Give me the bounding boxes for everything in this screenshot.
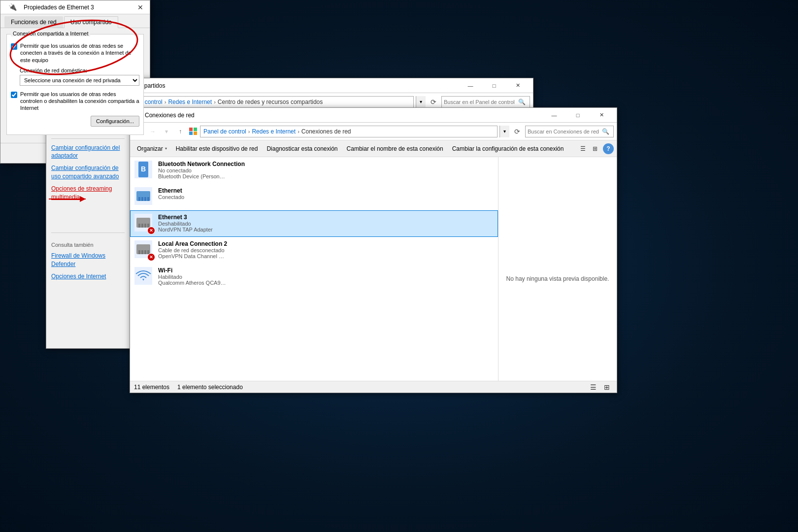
organizar-btn[interactable]: Organizar ▾	[133, 142, 171, 156]
configuracion-btn[interactable]: Configuración...	[91, 116, 139, 127]
propiedades-tabs: Funciones de red Uso compartido	[0, 14, 150, 28]
tab-funciones[interactable]: Funciones de red	[4, 16, 63, 28]
wifi-status: Habilitado	[158, 274, 494, 280]
view-grid-btn[interactable]: ⊞	[589, 143, 601, 155]
lac2-icon-wrap: ✕	[134, 240, 154, 260]
cambiar-config-label: Cambiar la configuración de esta conexió…	[452, 145, 564, 152]
centro-refresh-btn[interactable]: ⟳	[428, 96, 439, 108]
centro-minimize-btn[interactable]: —	[459, 78, 482, 93]
svg-text:B: B	[141, 165, 146, 173]
centro-search-input[interactable]	[442, 99, 518, 105]
sidebar-internet-link[interactable]: Opciones de Internet	[46, 270, 130, 283]
checkbox1-input[interactable]	[11, 43, 17, 50]
cambiar-nombre-btn[interactable]: Cambiar el nombre de esta conexión	[343, 142, 447, 156]
centro-close-btn[interactable]: ✕	[506, 78, 529, 93]
centro-addr-dropdown-btn[interactable]: ▾	[416, 96, 426, 108]
section-title: Conexión compartida a Internet	[11, 31, 90, 36]
wifi-name: Wi-Fi	[158, 267, 494, 274]
lac2-name: Local Area Connection 2	[158, 240, 494, 247]
conexiones-up-btn[interactable]: ↑	[174, 126, 186, 137]
cambiar-config-btn[interactable]: Cambiar la configuración de esta conexió…	[448, 142, 568, 156]
checkbox2-input[interactable]	[11, 92, 17, 98]
conexiones-status-bar: 11 elementos 1 elemento seleccionado ☰ ⊞	[130, 381, 617, 393]
view-icons-group: ☰ ⊞	[577, 143, 601, 155]
ethernet-icon	[134, 187, 152, 205]
conexiones-forward-btn[interactable]: →	[147, 126, 159, 137]
ethernet3-detail: NordVPN TAP Adapter	[158, 227, 227, 233]
conexiones-path-icon	[189, 128, 197, 135]
svg-rect-15	[141, 224, 143, 228]
checkbox1-label: Permitir que los usuarios de otras redes…	[20, 42, 139, 64]
net-item-wifi[interactable]: Wi-Fi Habilitado Qualcomm Atheros QCA937…	[130, 264, 498, 290]
svg-rect-10	[144, 197, 146, 201]
conexiones-close-btn[interactable]: ✕	[590, 108, 613, 123]
propiedades-close-btn[interactable]: ✕	[135, 2, 146, 13]
conexiones-win-controls: — □ ✕	[543, 108, 613, 123]
conexiones-search-input[interactable]	[526, 129, 602, 134]
ethernet-info: Ethernet Conectado	[158, 187, 494, 200]
centro-address-path[interactable]: Panel de control › Redes e Internet › Ce…	[116, 96, 414, 108]
ethernet-icon-wrap	[134, 187, 154, 207]
bluetooth-name: Bluetooth Network Connection	[158, 161, 494, 167]
status-selected: 1 elemento seleccionado	[177, 384, 243, 391]
centro-search-icon: 🔍	[518, 99, 528, 105]
ethernet3-icon-wrap: ✕	[134, 214, 154, 233]
conexiones-refresh-btn[interactable]: ⟳	[511, 126, 523, 137]
network-list: B Bluetooth Network Connection No conect…	[130, 157, 499, 381]
ethernet3-disabled-icon: ✕	[147, 227, 155, 234]
conexiones-toolbar: Organizar ▾ Habilitar este dispositivo d…	[130, 140, 617, 157]
sidebar-firewall-link[interactable]: Firewall de Windows Defender	[46, 250, 130, 270]
lac2-info: Local Area Connection 2 Cable de red des…	[158, 240, 494, 259]
conexiones-recent-btn[interactable]: ▾	[161, 126, 172, 137]
centro-path-redes[interactable]: Redes e Internet	[168, 99, 212, 105]
conexiones-minimize-btn[interactable]: —	[543, 108, 565, 123]
sidebar-link-sharing[interactable]: Cambiar configuración de uso compartido …	[46, 162, 130, 183]
habilitar-btn[interactable]: Habilitar este dispositivo de red	[172, 142, 262, 156]
conexiones-addr-dropdown-btn[interactable]: ▾	[499, 126, 509, 137]
net-item-ethernet[interactable]: Ethernet Conectado	[130, 184, 498, 210]
conexiones-path-redes[interactable]: Redes e Internet	[252, 128, 296, 135]
sidebar-link-streaming[interactable]: Opciones de streaming multimedia	[46, 183, 130, 203]
conexiones-path-current: Conexiones de red	[301, 128, 351, 135]
sidebar-link-adapter[interactable]: Cambiar configuración del adaptador	[46, 142, 130, 163]
wifi-detail: Qualcomm Atheros QCA9377 Wir...	[158, 280, 227, 286]
net-item-bluetooth[interactable]: B Bluetooth Network Connection No conect…	[130, 157, 498, 184]
conexiones-address-path[interactable]: Panel de control › Redes e Internet › Co…	[200, 126, 498, 137]
diagnosticar-btn[interactable]: Diagnosticar esta conexión	[263, 142, 341, 156]
ethernet-name: Ethernet	[158, 187, 494, 194]
conexiones-titlebar: Conexiones de red — □ ✕	[130, 108, 617, 123]
conexiones-path-panel[interactable]: Panel de control	[203, 128, 246, 135]
conexiones-title-text: Conexiones de red	[145, 112, 543, 119]
checkbox2-row: Permitir que los usuarios de otras redes…	[11, 91, 139, 112]
status-view-grid[interactable]: ⊞	[601, 381, 613, 393]
status-view-details[interactable]: ☰	[587, 381, 599, 393]
svg-rect-8	[138, 197, 140, 201]
ethernet3-status: Deshabilitado	[158, 221, 494, 227]
shared-connection-section: Conexión compartida a Internet Permitir …	[6, 34, 144, 135]
wifi-icon-wrap	[134, 267, 154, 287]
config-btn-row: Configuración...	[11, 116, 139, 131]
organizar-label: Organizar	[137, 145, 163, 152]
svg-rect-11	[147, 197, 149, 201]
net-item-ethernet3[interactable]: ✕ Ethernet 3 Deshabilitado NordVPN TAP A…	[130, 210, 498, 237]
bluetooth-status: No conectado	[158, 167, 494, 173]
conexiones-maximize-btn[interactable]: □	[566, 108, 589, 123]
habilitar-label: Habilitar este dispositivo de red	[176, 145, 258, 152]
bluetooth-icon: B	[134, 161, 152, 178]
propiedades-title-text: Propiedades de Ethernet 3	[24, 4, 135, 11]
network-select[interactable]: Seleccione una conexión de red privada	[20, 75, 139, 86]
net-item-lac2[interactable]: ✕ Local Area Connection 2 Cable de red d…	[130, 237, 498, 264]
tab-uso-compartido[interactable]: Uso compartido	[64, 16, 118, 28]
dropdown-label: Conexión de red doméstica:	[20, 67, 139, 73]
svg-rect-9	[141, 197, 143, 201]
lac2-detail: OpenVPN Data Channel Offload	[158, 253, 227, 259]
status-items-count: 11 elementos	[134, 384, 169, 391]
view-details-btn[interactable]: ☰	[577, 143, 589, 155]
centro-maximize-btn[interactable]: □	[483, 78, 505, 93]
help-btn[interactable]: ?	[603, 143, 614, 154]
wifi-info: Wi-Fi Habilitado Qualcomm Atheros QCA937…	[158, 267, 494, 286]
checkbox1-row: Permitir que los usuarios de otras redes…	[11, 42, 139, 64]
bluetooth-detail: Bluetooth Device (Personal Area ...	[158, 173, 227, 179]
propiedades-title-icon: 🔌	[4, 0, 21, 14]
dropdown-row: Conexión de red doméstica: Seleccione un…	[11, 67, 139, 86]
